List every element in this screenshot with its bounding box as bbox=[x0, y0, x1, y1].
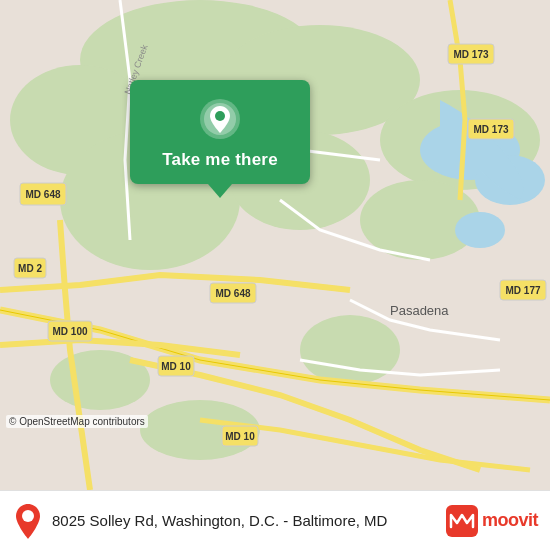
osm-attribution: © OpenStreetMap contributors bbox=[6, 415, 148, 428]
moovit-logo-icon bbox=[446, 505, 478, 537]
svg-text:Pasadena: Pasadena bbox=[390, 303, 449, 318]
svg-point-36 bbox=[215, 111, 225, 121]
svg-point-37 bbox=[22, 510, 34, 522]
location-pin-bottom-icon bbox=[12, 502, 44, 540]
bottom-bar: 8025 Solley Rd, Washington, D.C. - Balti… bbox=[0, 490, 550, 550]
svg-text:MD 177: MD 177 bbox=[505, 285, 540, 296]
svg-point-8 bbox=[300, 315, 400, 385]
map-container: Natley Creek MD 648 MD 2 MD 100 MD 648 M… bbox=[0, 0, 550, 490]
moovit-label-text: moovit bbox=[482, 510, 538, 531]
address-text: 8025 Solley Rd, Washington, D.C. - Balti… bbox=[52, 512, 438, 529]
svg-text:MD 648: MD 648 bbox=[25, 189, 60, 200]
location-pin-icon bbox=[199, 98, 241, 140]
svg-text:MD 100: MD 100 bbox=[52, 326, 87, 337]
svg-text:MD 648: MD 648 bbox=[215, 288, 250, 299]
take-me-there-button[interactable]: Take me there bbox=[162, 150, 278, 170]
svg-point-13 bbox=[455, 212, 505, 248]
svg-text:MD 173: MD 173 bbox=[473, 124, 508, 135]
popup-overlay: Take me there bbox=[130, 80, 310, 198]
svg-text:MD 2: MD 2 bbox=[18, 263, 42, 274]
popup-box: Take me there bbox=[130, 80, 310, 184]
svg-text:MD 173: MD 173 bbox=[453, 49, 488, 60]
svg-text:MD 10: MD 10 bbox=[225, 431, 255, 442]
svg-text:MD 10: MD 10 bbox=[161, 361, 191, 372]
moovit-logo: moovit bbox=[446, 505, 538, 537]
popup-triangle bbox=[208, 184, 232, 198]
